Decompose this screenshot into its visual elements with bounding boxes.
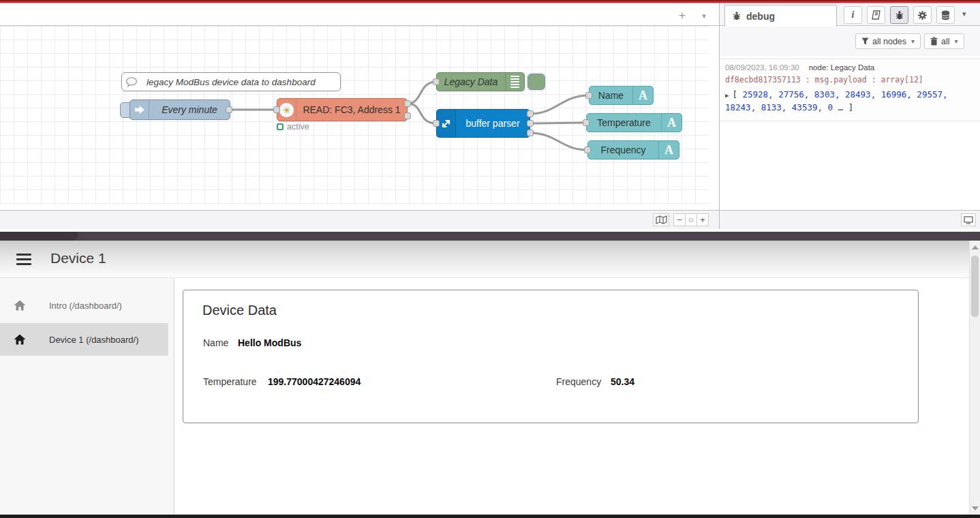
zoom-out-button[interactable]: − — [673, 213, 686, 226]
scroll-up-arrow[interactable] — [972, 245, 979, 249]
debug-toolbar: all nodes ▾ all ▾ — [720, 26, 980, 56]
inject-label: Every minute — [149, 104, 230, 115]
text-node-name[interactable]: Name A — [589, 86, 654, 105]
text-node-label: Frequency — [588, 144, 658, 155]
bottom-bar — [0, 515, 980, 518]
tab-debug-label: debug — [746, 11, 775, 22]
add-flow-button[interactable]: + — [675, 8, 690, 23]
flow-list-button[interactable]: ▾ — [696, 8, 711, 23]
sidebar-item-intro[interactable]: Intro (/dashboard/) — [0, 292, 168, 319]
port-parser-in[interactable] — [433, 120, 440, 127]
home-icon — [14, 300, 26, 311]
port-parser-out-3[interactable] — [527, 130, 534, 136]
scroll-down-arrow[interactable] — [972, 506, 979, 511]
modbus-icon: ✳ — [277, 99, 296, 121]
help-tab-button[interactable] — [867, 6, 885, 24]
debug-tab-button[interactable] — [890, 6, 908, 24]
bug-icon — [732, 11, 741, 21]
clear-log-label: all — [941, 37, 950, 46]
comment-label: legacy ModBus device data to dashboard — [141, 77, 340, 87]
debug-enable-toggle[interactable] — [527, 74, 545, 90]
sidebar-header: debug i — [720, 3, 980, 26]
bug-icon — [895, 10, 904, 20]
field-value-name: Hello ModBus — [238, 337, 301, 348]
info-tab-button[interactable]: i — [844, 6, 862, 24]
expand-arrows-icon — [437, 110, 456, 137]
expand-debug-button[interactable] — [961, 213, 976, 226]
port-frequency-in[interactable] — [584, 147, 591, 153]
debug-message-list: 08/09/2023, 16:09:30 node: Legacy Data d… — [720, 56, 980, 210]
clear-log-button[interactable]: all ▾ — [924, 33, 964, 49]
dashboard-main: Device Data Name Hello ModBus Temperatur… — [174, 278, 969, 515]
message-payload: ▶[ 25928, 27756, 8303, 28493, 16996, 295… — [725, 89, 975, 115]
page-title: Device 1 — [50, 250, 106, 266]
tab-debug[interactable]: debug — [724, 5, 837, 27]
scrollbar-thumb[interactable] — [971, 256, 979, 317]
map-icon — [656, 215, 667, 224]
port-temperature-in[interactable] — [583, 119, 589, 126]
status-connected-icon — [277, 123, 284, 130]
window-divider — [0, 232, 980, 241]
text-node-label: Temperature — [587, 117, 661, 128]
trash-icon — [930, 37, 938, 46]
debug-message[interactable]: 08/09/2023, 16:09:30 node: Legacy Data d… — [720, 59, 980, 121]
debug-sidebar-icon — [505, 73, 524, 91]
legacy-data-node[interactable]: Legacy Data — [436, 72, 525, 91]
modbus-read-node[interactable]: ✳ READ: FC3, Address 1 — [277, 98, 408, 121]
scrollbar[interactable] — [969, 241, 980, 515]
payload-numbers: 25928, 27756, 8303, 28493, 16996, 29557,… — [725, 89, 948, 112]
expand-caret-icon[interactable]: ▶ — [725, 92, 729, 99]
port-parser-out-1[interactable] — [527, 110, 534, 117]
port-read-in[interactable] — [273, 106, 280, 113]
flow-canvas[interactable]: legacy ModBus device data to dashboard E… — [0, 26, 709, 204]
wire — [530, 133, 587, 150]
zoom-in-button[interactable]: + — [696, 213, 709, 226]
inject-node[interactable]: Every minute — [129, 100, 230, 120]
text-node-label: Name — [589, 90, 632, 101]
port-name-in[interactable] — [585, 92, 592, 99]
field-value-temperature: 199.77000427246094 — [268, 376, 361, 387]
text-widget-icon: A — [658, 141, 679, 159]
sidebar-item-device1[interactable]: Device 1 (/dashboard/) — [0, 323, 168, 356]
wire — [530, 95, 589, 114]
port-inject-out[interactable] — [226, 106, 232, 113]
buffer-parser-label: buffer parser — [456, 118, 530, 129]
port-read-out-1[interactable] — [404, 100, 411, 107]
port-legacy-in[interactable] — [433, 78, 440, 85]
funnel-icon — [861, 37, 869, 45]
chevron-down-icon: ▾ — [911, 37, 915, 45]
config-tab-button[interactable] — [913, 6, 932, 24]
message-source-node: node: Legacy Data — [809, 63, 875, 72]
menu-button[interactable] — [16, 254, 31, 265]
text-node-frequency[interactable]: Frequency A — [587, 140, 679, 159]
card-title: Device Data — [202, 303, 277, 318]
port-parser-out-2[interactable] — [527, 120, 534, 127]
wire — [530, 123, 586, 123]
book-icon — [871, 10, 881, 20]
text-node-temperature[interactable]: Temperature A — [586, 113, 682, 132]
sidebar-item-label: Intro (/dashboard/) — [49, 301, 122, 311]
text-widget-icon: A — [661, 114, 682, 132]
sidebar-menu-button[interactable]: ▾ — [962, 10, 966, 18]
status-label: active — [287, 122, 309, 132]
message-payload-path: df8ecbd817357113 : msg.payload : array[1… — [725, 75, 975, 85]
device-data-card: Device Data Name Hello ModBus Temperatur… — [183, 290, 919, 423]
monitor-icon — [964, 216, 973, 224]
port-read-out-2[interactable] — [404, 112, 411, 119]
buffer-parser-node[interactable]: buffer parser — [436, 109, 530, 138]
bracket-open: [ — [732, 89, 737, 100]
comment-bubble-icon — [122, 73, 141, 91]
filter-nodes-button[interactable]: all nodes ▾ — [855, 33, 921, 49]
canvas-scroll-gutter[interactable] — [709, 26, 719, 204]
home-icon — [14, 334, 26, 345]
modbus-read-label: READ: FC3, Address 1 — [296, 104, 407, 115]
node-status: active — [277, 122, 309, 132]
field-label-name: Name — [203, 337, 228, 348]
navigator-button[interactable] — [653, 213, 669, 226]
zoom-reset-button[interactable]: ○ — [685, 213, 697, 226]
comment-node[interactable]: legacy ModBus device data to dashboard — [121, 72, 341, 91]
screen: + ▾ legacy ModBus device data to dashboa… — [0, 0, 980, 518]
context-tab-button[interactable] — [936, 6, 955, 24]
debug-message-meta: 08/09/2023, 16:09:30 node: Legacy Data — [725, 63, 975, 72]
window-divider-tab — [0, 232, 78, 241]
